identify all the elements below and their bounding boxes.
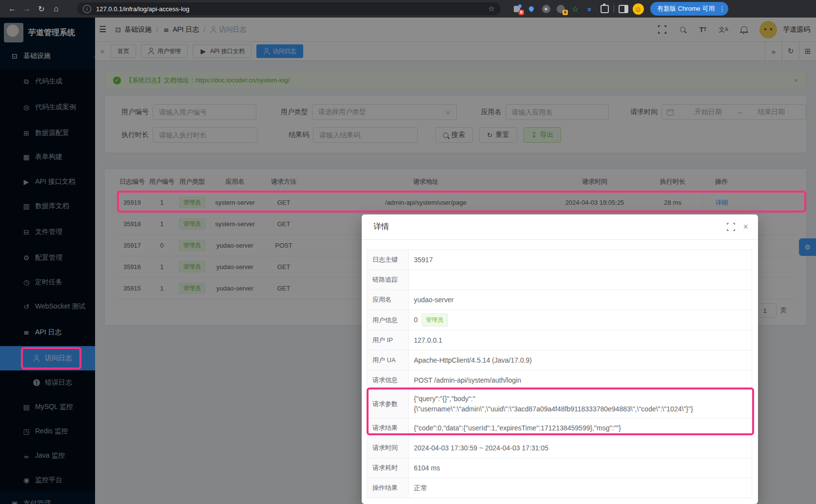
address-bar[interactable]: i 127.0.0.1/infra/log/api-access-log ☆ <box>77 2 501 15</box>
browser-menu-icon[interactable]: ⋮ <box>719 5 725 13</box>
detail-row-2: 应用名yudao-server <box>368 290 752 310</box>
detail-value <box>409 270 752 290</box>
detail-label: 用户 UA <box>368 350 409 370</box>
detail-row-10: 请求耗时6104 ms <box>368 458 752 478</box>
detail-label: 请求结果 <box>368 418 409 438</box>
bookmark-star-icon[interactable]: ☆ <box>488 4 495 13</box>
detail-label: 操作结果 <box>368 478 409 498</box>
extension-star-icon[interactable]: ☆ <box>568 2 583 16</box>
extension-badge: 6 <box>563 10 568 15</box>
detail-label: 用户 IP <box>368 330 409 350</box>
detail-label: 请求时间 <box>368 438 409 458</box>
detail-value: 6104 ms <box>409 458 752 478</box>
detail-value-text: {"query":"{}","body":" {\"username\":\"a… <box>414 394 693 414</box>
detail-row-8: 请求结果{"code":0,"data":{"userId":1,"expire… <box>368 418 752 438</box>
site-info-icon[interactable]: i <box>83 5 91 13</box>
modal-title: 详情 <box>373 222 389 232</box>
detail-value-badge: 管理员 <box>422 313 448 327</box>
detail-row-6: 请求信息POST /admin-api/system/auth/login <box>368 370 752 390</box>
forward-icon[interactable]: → <box>19 4 34 13</box>
detail-label: 请求信息 <box>368 370 409 390</box>
detail-value-text: 6104 ms <box>414 463 440 473</box>
reload-icon[interactable]: ↻ <box>34 4 49 14</box>
detail-value: 2024-04-03 17:30:59 ~ 2024-04-03 17:31:0… <box>409 438 752 458</box>
detail-value: Apache-HttpClient/4.5.14 (Java/17.0.9) <box>409 350 752 370</box>
detail-modal: 详情 × 日志主键35917链路追踪应用名yudao-server用户信息0管理… <box>362 214 758 504</box>
home-icon[interactable]: ⌂ <box>49 4 63 13</box>
browser-toolbar: ← → ↻ ⌂ i 127.0.0.1/infra/log/api-access… <box>0 0 816 18</box>
chrome-update-chip[interactable]: 有新版 Chrome 可用 ⋮ <box>650 2 728 16</box>
detail-value-text: 正常 <box>414 483 427 493</box>
detail-descriptions: 日志主键35917链路追踪应用名yudao-server用户信息0管理员用户 I… <box>367 250 752 498</box>
detail-row-4: 用户 IP127.0.0.1 <box>368 330 752 350</box>
modal-fullscreen-icon[interactable] <box>727 223 735 231</box>
detail-value-text: 35917 <box>414 255 433 265</box>
detail-value: 127.0.0.1 <box>409 330 752 350</box>
detail-value-text: 2024-04-03 17:30:59 ~ 2024-04-03 17:31:0… <box>414 443 548 453</box>
detail-value-text: {"code":0,"data":{"userId":1,"expiresTim… <box>414 423 621 433</box>
extension-asterisk-icon[interactable]: ∗ <box>539 2 553 16</box>
profile-avatar[interactable]: ☺ <box>631 2 645 16</box>
detail-value: {"query":"{}","body":" {\"username\":\"a… <box>409 390 752 418</box>
side-panel-icon[interactable] <box>616 2 631 16</box>
detail-value: 正常 <box>409 478 752 498</box>
detail-label: 链路追踪 <box>368 270 409 290</box>
detail-label: 应用名 <box>368 290 409 310</box>
extensions-puzzle-icon[interactable] <box>597 2 612 16</box>
detail-value: {"code":0,"data":{"userId":1,"expiresTim… <box>409 418 752 438</box>
detail-row-1: 链路追踪 <box>368 270 752 290</box>
detail-value: yudao-server <box>409 290 752 310</box>
detail-value-text: 127.0.0.1 <box>414 335 442 346</box>
detail-row-11: 操作结果正常 <box>368 478 752 498</box>
extension-badge: 8 <box>519 10 524 15</box>
detail-value-text: yudao-server <box>414 295 454 305</box>
detail-value: 35917 <box>409 250 752 270</box>
detail-row-3: 用户信息0管理员 <box>368 310 752 330</box>
detail-value-text: 0 <box>414 315 418 325</box>
detail-label: 请求耗时 <box>368 458 409 478</box>
toolbar-divider <box>614 5 614 13</box>
back-icon[interactable]: ← <box>5 4 19 13</box>
modal-close-icon[interactable]: × <box>743 222 748 232</box>
detail-row-7: 请求参数{"query":"{}","body":" {\"username\"… <box>368 390 752 418</box>
detail-label: 用户信息 <box>368 310 409 330</box>
detail-value-text: POST /admin-api/system/auth/login <box>414 375 521 386</box>
extension-blue-dot-icon[interactable]: 8 <box>509 2 524 16</box>
detail-value: POST /admin-api/system/auth/login <box>409 370 752 390</box>
detail-row-0: 日志主键35917 <box>368 250 752 270</box>
chrome-update-label: 有新版 Chrome 可用 <box>657 4 715 13</box>
detail-row-5: 用户 UAApache-HttpClient/4.5.14 (Java/17.0… <box>368 350 752 370</box>
extension-counter-icon[interactable]: 6 <box>553 2 568 16</box>
detail-label: 请求参数 <box>368 390 409 418</box>
detail-value-text: Apache-HttpClient/4.5.14 (Java/17.0.9) <box>414 355 532 366</box>
extension-drop-icon[interactable] <box>524 2 539 16</box>
extension-chevrons-icon[interactable]: » <box>583 2 597 16</box>
url-text: 127.0.0.1/infra/log/api-access-log <box>96 5 190 13</box>
detail-label: 日志主键 <box>368 250 409 270</box>
detail-value: 0管理员 <box>409 310 752 330</box>
detail-row-9: 请求时间2024-04-03 17:30:59 ~ 2024-04-03 17:… <box>368 438 752 458</box>
